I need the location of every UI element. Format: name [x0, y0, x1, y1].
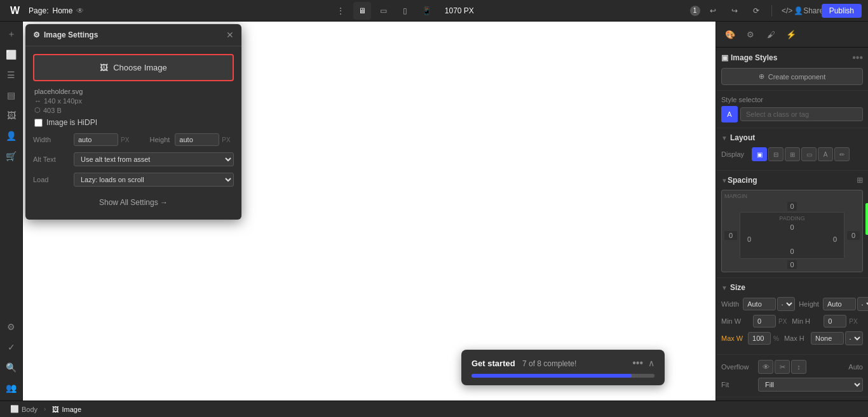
tablet-wide-icon[interactable]: ▭	[375, 2, 393, 20]
page-info: Page: Home 👁	[29, 6, 84, 15]
display-flex-icon[interactable]: ⊟	[768, 147, 783, 161]
display-text-icon[interactable]: A	[818, 147, 833, 161]
hidpi-checkbox[interactable]	[34, 119, 43, 127]
share-icon[interactable]: 👤 Share	[800, 2, 818, 20]
margin-bottom-value[interactable]: 0	[787, 260, 796, 269]
display-block-icon[interactable]: ▣	[752, 147, 767, 161]
choose-image-button[interactable]: 🖼 Choose Image	[33, 54, 234, 81]
padding-left-value[interactable]: 0	[743, 235, 756, 244]
overflow-label: Overflow	[721, 363, 754, 371]
load-select[interactable]: Lazy: loads on scroll	[74, 173, 234, 187]
more-options-icon[interactable]: ⋮	[332, 2, 349, 20]
max-w-input[interactable]	[748, 332, 771, 345]
publish-button[interactable]: Publish	[822, 4, 862, 18]
margin-top-value[interactable]: 0	[787, 202, 796, 211]
display-inline-icon[interactable]: ▭	[801, 147, 817, 161]
breadcrumb-image[interactable]: 🖼 Image	[48, 404, 85, 414]
close-icon[interactable]: ✕	[226, 30, 234, 39]
width-size-label: Width	[721, 300, 739, 308]
display-options: ▣ ⊟ ⊞ ▭ A ✏	[752, 147, 850, 161]
overflow-clip-icon[interactable]: ✂	[775, 360, 790, 374]
overflow-visible-icon[interactable]: 👁	[758, 360, 773, 374]
desktop-view-icon[interactable]: 🖥	[353, 2, 371, 20]
height-input[interactable]: auto	[175, 133, 219, 146]
breadcrumb-body[interactable]: ⬜ Body	[6, 404, 41, 414]
size-arrow-icon: ▼	[721, 284, 728, 291]
spacing-expand-icon[interactable]: ⊞	[857, 176, 863, 185]
width-unit-select[interactable]: –	[777, 297, 795, 311]
display-grid-icon[interactable]: ⊞	[785, 147, 800, 161]
gear-icon: ⚙	[33, 30, 40, 39]
image-styles-title: ▣ Image Styles	[721, 53, 777, 62]
main-layout: ＋ ⬜ ☰ ▤ 🖼 👤 🛒 ⚙ ✓ 🔍 👥 ⚙ Image Settings ✕	[0, 22, 868, 400]
class-tag-input[interactable]: Select a class or tag	[740, 107, 863, 121]
max-h-input[interactable]	[811, 332, 844, 345]
image-settings-panel: ⚙ Image Settings ✕ 🖼 Choose Image placeh…	[25, 24, 241, 220]
pages-icon[interactable]: ⬜	[3, 46, 20, 63]
toast-collapse-icon[interactable]: ∧	[648, 358, 654, 368]
toast-progress-fill	[471, 374, 632, 378]
image-upload-icon: 🖼	[100, 63, 108, 72]
margin-left-value[interactable]: 0	[724, 231, 737, 240]
margin-right-value[interactable]: 0	[847, 231, 860, 240]
tablet-icon[interactable]: ▯	[397, 2, 414, 20]
file-name: placeholder.svg	[34, 88, 234, 95]
settings-icon[interactable]: ⚙	[3, 318, 20, 336]
toast-progress-text: 7 of 8 complete!	[522, 359, 576, 368]
max-h-input-group: –	[811, 331, 863, 345]
style-selector-toggle[interactable]: A	[721, 106, 738, 122]
min-h-input[interactable]	[824, 315, 846, 328]
image-styles-section: ▣ Image Styles ••• ⊕ Create component	[716, 48, 868, 91]
overflow-section: Overflow 👁 ✂ ↕ Auto Fit Fill	[716, 355, 868, 397]
left-sidebar: ＋ ⬜ ☰ ▤ 🖼 👤 🛒 ⚙ ✓ 🔍 👥	[0, 22, 23, 400]
search-icon[interactable]: 🔍	[3, 359, 20, 376]
checklist-icon[interactable]: ✓	[3, 338, 20, 356]
fit-select[interactable]: Fill	[758, 378, 863, 392]
alt-text-select[interactable]: Use alt text from asset	[74, 152, 234, 166]
assets-icon[interactable]: 🖼	[3, 107, 20, 124]
components-icon[interactable]: 👤	[3, 127, 20, 145]
cms-icon[interactable]: ▤	[3, 86, 20, 104]
show-all-settings-button[interactable]: Show All Settings →	[33, 193, 234, 212]
height-unit-select[interactable]: –	[857, 297, 868, 311]
undo-icon[interactable]: ↩	[704, 2, 722, 20]
padding-center	[756, 233, 829, 246]
create-component-button[interactable]: ⊕ Create component	[721, 68, 863, 85]
page-label: Page:	[29, 6, 48, 15]
height-size-input[interactable]	[823, 298, 856, 310]
image-styles-more-icon[interactable]: •••	[852, 53, 863, 63]
height-unit: PX	[222, 136, 230, 143]
display-custom-icon[interactable]: ✏	[834, 147, 850, 161]
min-w-input[interactable]	[753, 315, 776, 328]
settings-tab[interactable]: ⚙	[742, 25, 759, 43]
topbar: W Page: Home 👁 ⋮ 🖥 ▭ ▯ 📱 1070 PX 1 ↩ ↪ ⟳…	[0, 0, 868, 22]
width-size-input[interactable]	[743, 298, 776, 310]
padding-bottom-value[interactable]: 0	[787, 247, 796, 256]
max-h-unit-select[interactable]: –	[845, 331, 863, 345]
refresh-icon[interactable]: ⟳	[747, 2, 765, 20]
min-w-input-group: PX	[753, 315, 788, 328]
create-component-icon: ⊕	[759, 72, 764, 81]
interactions-tab[interactable]: ⚡	[782, 25, 800, 43]
style-tab[interactable]: 🎨	[721, 25, 739, 43]
add-element-icon[interactable]: ＋	[3, 25, 20, 43]
overflow-scroll-icon[interactable]: ↕	[791, 360, 806, 374]
width-input[interactable]: auto	[74, 133, 118, 146]
topbar-left: W Page: Home 👁	[0, 5, 127, 17]
style-selector-section: Style selector A Select a class or tag	[716, 91, 868, 128]
mobile-icon[interactable]: 📱	[418, 2, 436, 20]
overflow-options: 👁 ✂ ↕	[758, 360, 806, 374]
padding-top-value[interactable]: 0	[787, 223, 796, 232]
paint-tab[interactable]: 🖌	[762, 25, 780, 43]
team-icon[interactable]: 👥	[3, 379, 20, 397]
eye-icon[interactable]: 👁	[76, 6, 84, 15]
padding-right-value[interactable]: 0	[829, 235, 841, 244]
toast-more-icon[interactable]: •••	[632, 357, 643, 369]
ecommerce-icon[interactable]: 🛒	[3, 147, 20, 165]
layers-icon[interactable]: ☰	[3, 66, 20, 84]
hidpi-row: Image is HiDPI	[34, 118, 234, 127]
spacing-arrow-icon: ▼	[721, 177, 728, 184]
page-name[interactable]: Home	[52, 6, 72, 15]
height-label: Height	[134, 136, 170, 143]
redo-icon[interactable]: ↪	[726, 2, 743, 20]
